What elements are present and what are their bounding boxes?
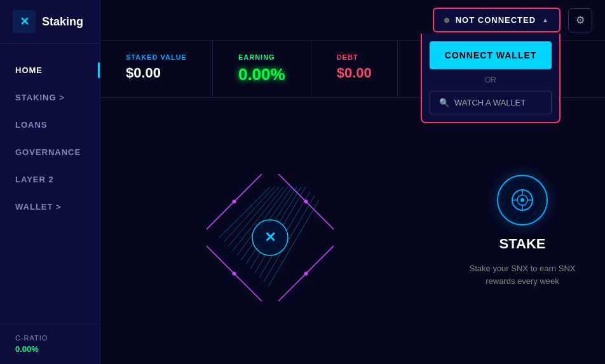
svg-point-23 [520,198,524,202]
geometric-animation: ✕ [207,174,334,301]
staked-value-label: STAKED VALUE [126,53,187,61]
search-icon: 🔍 [439,98,449,107]
earning-value: 0.00% [238,65,285,84]
logo-container: ✕ Staking [0,0,100,44]
geo-svg: ✕ [207,174,334,301]
content-area: ✕ S [100,98,605,364]
cratio-section: C-RATIO 0.00% [0,323,100,364]
header: NOT CONNECTED ▲ CONNECT WALLET OR 🔍 WATC… [100,0,605,41]
debt-label: DEBT [337,53,372,61]
settings-button[interactable]: ⚙ [568,8,592,32]
settings-icon: ⚙ [576,14,585,26]
sidebar: ✕ Staking HOME STAKING > LOANS GOVERNANC… [0,0,100,364]
stat-earning: EARNING 0.00% [213,41,311,97]
svg-text:✕: ✕ [20,15,29,28]
svg-text:✕: ✕ [264,229,276,245]
wallet-status-text: NOT CONNECTED [456,15,536,25]
app-title: Staking [42,15,83,29]
chevron-up-icon: ▲ [542,17,549,24]
content-left: ✕ [100,98,440,364]
stat-staked-value: STAKED VALUE $0.00 [100,41,213,97]
staked-value-amount: $0.00 [126,65,187,81]
logo-icon: ✕ [13,10,36,33]
sidebar-item-staking[interactable]: STAKING > [0,84,100,111]
sidebar-nav: HOME STAKING > LOANS GOVERNANCE LAYER 2 … [0,44,100,323]
main-content: NOT CONNECTED ▲ CONNECT WALLET OR 🔍 WATC… [100,0,605,364]
wallet-status-button[interactable]: NOT CONNECTED ▲ [433,8,561,32]
sidebar-item-loans[interactable]: LOANS [0,111,100,138]
or-divider: OR [430,76,552,84]
cratio-value: 0.00% [15,344,85,354]
stake-title: STAKE [500,236,546,252]
earning-label: EARNING [238,53,285,61]
stake-description: Stake your SNX to earn SNX rewards every… [465,262,580,287]
content-right: STAKE Stake your SNX to earn SNX rewards… [440,98,605,364]
cratio-label: C-RATIO [15,334,85,342]
debt-value: $0.00 [337,65,372,81]
sidebar-item-wallet[interactable]: WALLET > [0,193,100,220]
connect-wallet-button[interactable]: CONNECT WALLET [430,41,552,69]
watch-wallet-button[interactable]: 🔍 WATCH A WALLET [430,91,552,114]
wallet-status-dot [444,18,449,23]
wallet-dropdown-menu: CONNECT WALLET OR 🔍 WATCH A WALLET [421,34,561,123]
sidebar-item-layer2[interactable]: LAYER 2 [0,166,100,193]
sidebar-item-home[interactable]: HOME [0,57,100,84]
wallet-dropdown: NOT CONNECTED ▲ CONNECT WALLET OR 🔍 WATC… [433,8,561,32]
sidebar-item-governance[interactable]: GOVERNANCE [0,138,100,166]
stake-icon [510,187,535,213]
stake-icon-container [497,175,548,226]
stat-debt: DEBT $0.00 [311,41,398,97]
